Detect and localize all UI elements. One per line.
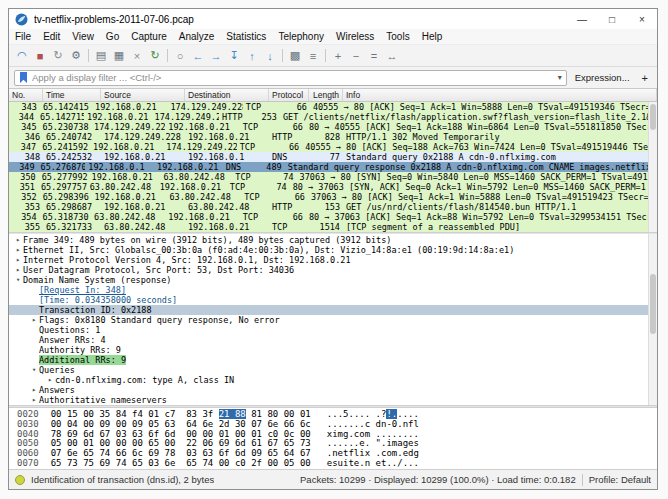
column-header-length[interactable]: Length xyxy=(309,89,343,101)
column-header-destination[interactable]: Destination xyxy=(185,89,269,101)
expander-closed-icon[interactable]: ▸ xyxy=(45,375,55,385)
packet-list: No.TimeSourceDestinationProtocolLengthIn… xyxy=(9,89,657,232)
filter-dropdown-icon[interactable]: ▾ xyxy=(558,73,562,82)
menu-statistics[interactable]: Statistics xyxy=(220,31,272,42)
packet-row[interactable]: 35265.298396192.168.0.2163.80.242.48TCP6… xyxy=(9,192,657,202)
packet-row[interactable]: 34965.276870192.168.0.1192.168.0.21DNS48… xyxy=(9,162,657,172)
detail-line[interactable]: ▸cdn-0.nflximg.com: type A, class IN xyxy=(9,375,657,385)
maximize-button[interactable]: □ xyxy=(597,9,627,29)
minimize-button[interactable]: — xyxy=(567,9,597,29)
packet-cell-info: HTTP/1.1 302 Moved Temporarily xyxy=(343,132,657,142)
resize-columns-icon[interactable]: ↔ xyxy=(383,47,401,65)
detail-line[interactable]: ▸User Datagram Protocol, Src Port: 53, D… xyxy=(9,265,657,275)
detail-line[interactable]: ▸Flags: 0x8180 Standard query response, … xyxy=(9,315,657,325)
save-file-icon[interactable]: ▦ xyxy=(110,47,128,65)
detail-line[interactable]: [Time: 0.034358000 seconds] xyxy=(9,295,657,305)
column-header-protocol[interactable]: Protocol xyxy=(269,89,309,101)
expander-open-icon[interactable]: ▾ xyxy=(13,275,23,285)
menu-analyze[interactable]: Analyze xyxy=(173,31,221,42)
column-header-no[interactable]: No. xyxy=(9,89,43,101)
status-profile[interactable]: Profile: Default xyxy=(589,474,651,485)
add-filter-button[interactable]: + xyxy=(638,72,652,84)
packet-cell-info: 80 → 40555 [ACK] Seq=1 Ack=188 Win=6864 … xyxy=(306,122,657,132)
packet-row[interactable]: 35365.298687192.168.0.2163.80.242.48HTTP… xyxy=(9,202,657,212)
close-file-icon[interactable]: × xyxy=(128,47,146,65)
zoom-reset-icon[interactable]: = xyxy=(365,47,383,65)
packet-row[interactable]: 34865.242532192.168.0.21192.168.0.1DNS77… xyxy=(9,152,657,162)
packet-cell-time: 65.242532 xyxy=(43,152,101,162)
detail-line[interactable]: ▸Ethernet II, Src: Globalsc_00:3b:0a (f0… xyxy=(9,245,657,255)
expander-closed-icon[interactable]: ▸ xyxy=(29,395,39,405)
close-button[interactable]: × xyxy=(627,9,657,29)
menu-wireless[interactable]: Wireless xyxy=(330,31,380,42)
column-header-time[interactable]: Time xyxy=(43,89,101,101)
packet-cell-no: 346 xyxy=(9,132,43,142)
detail-line[interactable]: Answer RRs: 4 xyxy=(9,335,657,345)
capture-stop-icon[interactable]: ■ xyxy=(31,47,49,65)
hex-line[interactable]: 007065 73 75 69 74 65 03 6e 65 74 00 c0 … xyxy=(17,459,657,469)
go-first-icon[interactable]: ↑ xyxy=(243,47,261,65)
colorize-icon[interactable]: ▩ xyxy=(286,47,304,65)
go-last-icon[interactable]: ↓ xyxy=(261,47,279,65)
reload-icon[interactable]: ↻ xyxy=(146,47,164,65)
menu-edit[interactable]: Edit xyxy=(37,31,66,42)
detail-line[interactable]: Questions: 1 xyxy=(9,325,657,335)
capture-options-icon[interactable]: ⚙ xyxy=(67,47,85,65)
find-packet-icon[interactable]: ○ xyxy=(171,47,189,65)
bookmark-icon[interactable] xyxy=(19,72,28,83)
menu-file[interactable]: File xyxy=(9,31,37,42)
column-header-info[interactable]: Info xyxy=(343,89,657,101)
details-scrollbar[interactable] xyxy=(648,234,657,405)
zoom-out-icon[interactable]: − xyxy=(347,47,365,65)
go-forward-icon[interactable]: → xyxy=(207,47,225,65)
menu-telephony[interactable]: Telephony xyxy=(272,31,330,42)
zoom-in-icon[interactable]: + xyxy=(329,47,347,65)
expression-button[interactable]: Expression... xyxy=(572,72,633,83)
expander-closed-icon[interactable]: ▸ xyxy=(29,385,39,395)
scrollbar-thumb[interactable] xyxy=(650,274,656,334)
packet-row[interactable]: 34665.240742174.129.249.228192.168.0.21H… xyxy=(9,132,657,142)
expander-closed-icon[interactable]: ▸ xyxy=(13,245,23,255)
expander-open-icon[interactable]: ▾ xyxy=(29,365,39,375)
detail-line[interactable]: Additional RRs: 9 xyxy=(9,355,657,365)
go-back-icon[interactable]: ← xyxy=(189,47,207,65)
go-to-packet-icon[interactable]: ↧ xyxy=(225,47,243,65)
column-header-source[interactable]: Source xyxy=(101,89,185,101)
packet-row[interactable]: 34465.142715192.168.0.21174.129.249.228H… xyxy=(9,112,657,122)
capture-restart-icon[interactable]: ↻ xyxy=(49,47,67,65)
scrollbar-thumb[interactable] xyxy=(650,104,656,130)
expander-closed-icon[interactable]: ▸ xyxy=(29,315,39,325)
detail-line[interactable]: Authority RRs: 9 xyxy=(9,345,657,355)
menu-help[interactable]: Help xyxy=(416,31,449,42)
menu-view[interactable]: View xyxy=(66,31,100,42)
packet-row[interactable]: 34565.230738174.129.249.228192.168.0.21T… xyxy=(9,122,657,132)
open-file-icon[interactable]: ▤ xyxy=(92,47,110,65)
detail-line[interactable]: ▸Frame 349: 489 bytes on wire (3912 bits… xyxy=(9,235,657,245)
capture-start-icon[interactable]: ◠ xyxy=(13,47,31,65)
detail-line[interactable]: [Request In: 348] xyxy=(9,285,657,295)
expander-closed-icon[interactable]: ▸ xyxy=(13,235,23,245)
display-filter-input[interactable]: Apply a display filter ... <Ctrl-/> ▾ xyxy=(14,70,567,86)
packet-row[interactable]: 35065.277992192.168.0.2163.80.242.48TCP7… xyxy=(9,172,657,182)
expert-info-icon[interactable] xyxy=(15,475,25,485)
packet-row[interactable]: 35565.32173363.80.242.48192.168.0.21TCP1… xyxy=(9,222,657,232)
detail-line[interactable]: ▾Domain Name System (response) xyxy=(9,275,657,285)
detail-line[interactable]: ▸Internet Protocol Version 4, Src: 192.1… xyxy=(9,255,657,265)
toolbar-separator xyxy=(282,49,283,62)
detail-line[interactable]: Transaction ID: 0x2188 xyxy=(9,305,657,315)
menu-go[interactable]: Go xyxy=(100,31,125,42)
packet-row[interactable]: 35165.29775763.80.242.48192.168.0.21TCP7… xyxy=(9,182,657,192)
expander-closed-icon[interactable]: ▸ xyxy=(13,265,23,275)
menu-capture[interactable]: Capture xyxy=(125,31,173,42)
autoscroll-icon[interactable]: ≡ xyxy=(304,47,322,65)
detail-line[interactable]: ▾Queries xyxy=(9,365,657,375)
detail-line[interactable]: ▸Authoritative nameservers xyxy=(9,395,657,405)
expander-closed-icon[interactable]: ▸ xyxy=(13,255,23,265)
detail-line[interactable]: ▸Answers xyxy=(9,385,657,395)
packet-row[interactable]: 35465.31873063.80.242.48192.168.0.21TCP6… xyxy=(9,212,657,222)
packet-row[interactable]: 34765.241592192.168.0.21174.129.249.228T… xyxy=(9,142,657,152)
packet-row[interactable]: 34365.142415192.168.0.21174.129.249.228T… xyxy=(9,102,657,112)
packet-cell-protocol: DNS xyxy=(269,152,309,162)
menu-tools[interactable]: Tools xyxy=(380,31,415,42)
packet-list-scrollbar[interactable] xyxy=(648,102,657,232)
